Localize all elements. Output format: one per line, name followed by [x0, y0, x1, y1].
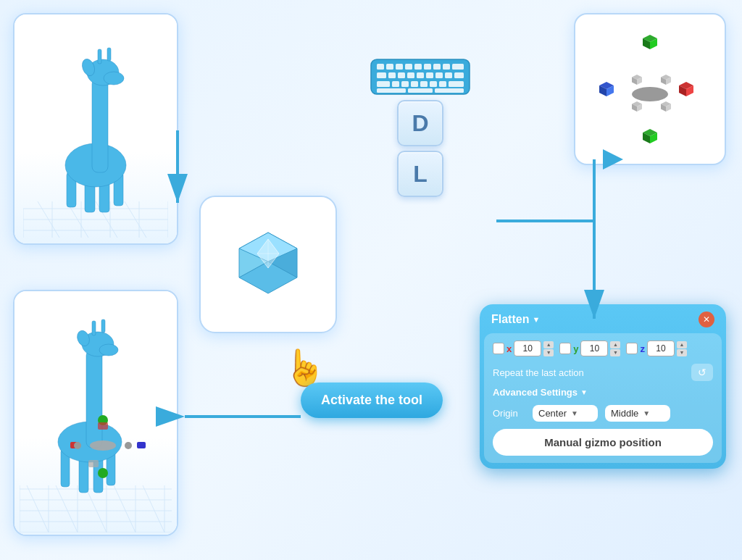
svg-rect-100: [426, 72, 433, 78]
x-label: x: [507, 343, 512, 354]
x-spin-up[interactable]: ▲: [543, 341, 554, 348]
z-input[interactable]: 10: [647, 340, 675, 356]
top-giraffe-panel: [13, 13, 178, 245]
z-spin-up[interactable]: ▲: [677, 341, 687, 348]
z-spin-down[interactable]: ▼: [677, 349, 687, 356]
bottom-giraffe-image: [14, 291, 177, 535]
key-l: L: [397, 151, 443, 197]
x-control-group: x 10 ▲ ▼: [493, 340, 554, 356]
keyboard-icon: [370, 58, 471, 96]
center-option-label: Center: [538, 408, 567, 419]
svg-rect-105: [392, 81, 399, 87]
svg-rect-97: [398, 72, 405, 78]
flatten-close-button[interactable]: ✕: [699, 312, 714, 327]
svg-rect-48: [92, 321, 96, 335]
svg-rect-111: [449, 81, 464, 87]
y-checkbox[interactable]: [559, 343, 571, 354]
y-spinners: ▲ ▼: [610, 341, 620, 356]
svg-rect-112: [377, 88, 406, 93]
z-label: z: [640, 343, 645, 354]
svg-point-66: [632, 87, 668, 101]
advanced-settings-row: Advanced Settings ▼: [493, 387, 713, 398]
svg-rect-109: [430, 81, 437, 87]
svg-rect-104: [377, 81, 390, 87]
manual-gizmo-button[interactable]: Manual gizmo position: [493, 429, 713, 456]
svg-rect-108: [420, 81, 428, 87]
svg-rect-18: [92, 78, 108, 172]
z-control-group: z 10 ▲ ▼: [626, 340, 687, 356]
svg-rect-86: [377, 64, 384, 70]
svg-point-20: [104, 72, 124, 85]
svg-rect-107: [411, 81, 418, 87]
svg-rect-58: [98, 422, 108, 430]
top-giraffe-image: [14, 14, 177, 243]
svg-line-30: [56, 485, 78, 532]
y-control-group: y 10 ▲ ▼: [559, 340, 620, 356]
cube-svg: [217, 214, 319, 315]
x-spin-down[interactable]: ▼: [543, 349, 554, 356]
svg-rect-93: [443, 64, 450, 70]
keyboard-panel: D L: [370, 58, 471, 197]
flatten-header: Flatten ▼ ✕: [480, 304, 726, 333]
flatten-dropdown-arrow[interactable]: ▼: [532, 315, 540, 324]
middle-dropdown[interactable]: Middle ▼: [605, 405, 670, 422]
svg-rect-45: [86, 350, 102, 448]
y-input[interactable]: 10: [580, 340, 608, 356]
svg-rect-95: [377, 72, 386, 78]
svg-rect-113: [408, 88, 433, 93]
svg-line-29: [27, 485, 49, 532]
x-spinners: ▲ ▼: [543, 341, 554, 356]
svg-rect-98: [407, 72, 414, 78]
activate-tool-button[interactable]: Activate the tool: [301, 383, 443, 418]
xyz-controls-row: x 10 ▲ ▼ y 10 ▲ ▼ z 10: [493, 340, 713, 356]
origin-label: Origin: [493, 408, 525, 419]
svg-rect-99: [417, 72, 424, 78]
svg-rect-21: [98, 49, 101, 64]
x-checkbox[interactable]: [493, 343, 504, 354]
svg-rect-114: [435, 88, 464, 93]
svg-point-56: [74, 442, 81, 449]
svg-rect-90: [414, 64, 422, 70]
svg-rect-96: [388, 72, 396, 78]
svg-rect-110: [439, 81, 446, 87]
x-input[interactable]: 10: [514, 340, 541, 356]
bottom-giraffe-panel: [13, 290, 178, 536]
flatten-title-text: Flatten: [491, 313, 529, 326]
advanced-label: Advanced Settings: [493, 387, 578, 398]
svg-rect-59: [88, 460, 99, 467]
middle-dropdown-arrow: ▼: [643, 409, 650, 417]
repeat-button[interactable]: ↺: [691, 364, 713, 381]
svg-rect-53: [137, 442, 146, 448]
svg-rect-89: [405, 64, 412, 70]
y-spin-up[interactable]: ▲: [610, 341, 620, 348]
shapes-panel: [574, 13, 726, 165]
svg-point-47: [99, 344, 118, 356]
center-dropdown-arrow: ▼: [571, 409, 578, 417]
svg-line-33: [143, 485, 164, 532]
repeat-label: Repeat the last action: [493, 367, 584, 378]
advanced-arrow[interactable]: ▼: [580, 388, 588, 396]
center-dropdown[interactable]: Center ▼: [533, 405, 598, 422]
repeat-row: Repeat the last action ↺: [493, 364, 713, 381]
svg-rect-92: [433, 64, 441, 70]
svg-rect-91: [424, 64, 431, 70]
svg-point-57: [125, 442, 132, 449]
key-d: D: [397, 100, 443, 146]
svg-rect-87: [386, 64, 393, 70]
y-label: y: [573, 343, 578, 354]
z-spinners: ▲ ▼: [677, 341, 687, 356]
svg-point-51: [90, 440, 116, 451]
origin-row: Origin Center ▼ Middle ▼: [493, 405, 713, 422]
cube-panel: [199, 196, 337, 333]
y-spin-down[interactable]: ▼: [610, 349, 620, 356]
svg-line-32: [114, 485, 136, 532]
shapes-svg: [588, 28, 712, 151]
flatten-body: x 10 ▲ ▼ y 10 ▲ ▼ z 10: [484, 333, 722, 463]
z-checkbox[interactable]: [626, 343, 638, 354]
svg-rect-94: [452, 64, 464, 70]
flatten-title: Flatten ▼: [491, 313, 540, 326]
svg-rect-106: [401, 81, 409, 87]
svg-rect-88: [396, 64, 403, 70]
svg-rect-102: [445, 72, 452, 78]
svg-point-55: [98, 468, 108, 478]
